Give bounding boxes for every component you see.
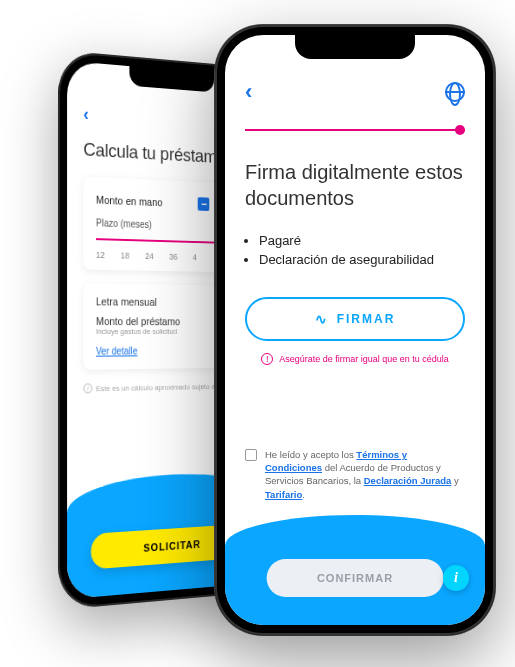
- page-title: Firma digitalmente estos documentos: [245, 159, 465, 211]
- signature-icon: ∿: [315, 311, 329, 327]
- list-item: Pagaré: [259, 233, 465, 248]
- info-icon: i: [83, 383, 92, 393]
- sign-label: FIRMAR: [337, 312, 396, 326]
- document-list: Pagaré Declaración de asegurabilidad: [259, 233, 465, 267]
- confirm-button[interactable]: CONFIRMAR: [267, 559, 444, 597]
- declaration-link[interactable]: Declaración Jurada: [364, 475, 452, 486]
- tarifario-link[interactable]: Tarifario: [265, 489, 302, 500]
- terms-checkbox[interactable]: [245, 449, 257, 461]
- list-item: Declaración de asegurabilidad: [259, 252, 465, 267]
- phone-mockup-front: ‹ Firma digitalmente estos documentos Pa…: [215, 25, 495, 635]
- back-icon[interactable]: ‹: [83, 104, 88, 124]
- sign-warning: ! Asegúrate de firmar igual que en tu cé…: [245, 353, 465, 365]
- terms-block: He leído y acepto los Términos y Condici…: [245, 448, 465, 501]
- detail-link[interactable]: Ver detalle: [96, 346, 138, 357]
- info-button[interactable]: i: [443, 565, 469, 591]
- amount-label: Monto en mano: [96, 193, 163, 208]
- alert-icon: !: [261, 353, 273, 365]
- minus-icon[interactable]: −: [198, 197, 210, 211]
- globe-icon[interactable]: [445, 82, 465, 102]
- back-icon[interactable]: ‹: [245, 79, 252, 105]
- progress-bar: [245, 125, 465, 135]
- sign-button[interactable]: ∿ FIRMAR: [245, 297, 465, 341]
- notch: [295, 35, 415, 59]
